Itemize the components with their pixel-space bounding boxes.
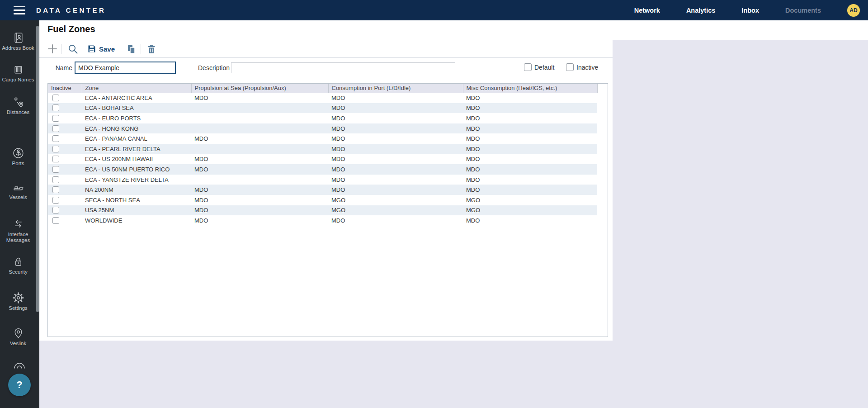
sidebar-item-address-book[interactable]: Address Book — [0, 32, 36, 51]
sidebar-item-label: Vessels — [0, 195, 36, 200]
inactive-checkbox[interactable] — [566, 63, 574, 71]
sidebar-item-ports[interactable]: Ports — [0, 147, 36, 166]
copy-icon — [126, 44, 137, 54]
row-inactive-checkbox[interactable] — [52, 197, 59, 204]
row-inactive-cell — [48, 154, 82, 165]
sidebar-item-label: Cargo Names — [0, 77, 36, 83]
row-inactive-checkbox[interactable] — [52, 186, 59, 193]
sidebar-item-security[interactable]: Security — [0, 256, 36, 275]
table-header-row: InactiveZonePropulsion at Sea (Propulsio… — [48, 84, 597, 93]
veslink-icon — [12, 327, 24, 339]
row-propulsion-cell: MDO — [191, 93, 328, 103]
save-button[interactable]: Save — [87, 40, 115, 57]
copy-button[interactable] — [126, 40, 137, 57]
row-zone-cell: ECA - YANGTZE RIVER DELTA — [82, 175, 191, 185]
row-misc-cell: MDO — [463, 103, 597, 114]
column-header[interactable]: Propulsion at Sea (Propulsion/Aux) — [191, 84, 328, 93]
main-content: Fuel Zones — [39, 20, 868, 408]
inactive-checkbox-group[interactable]: Inactive — [566, 63, 598, 71]
search-button[interactable] — [67, 40, 79, 57]
app-header: DATA CENTER NetworkAnalyticsInboxDocumen… — [0, 0, 868, 20]
description-label: Description — [198, 64, 227, 71]
settings-icon — [12, 292, 24, 304]
table-row[interactable]: ECA - US 200NM HAWAII MDO MDO MDO — [48, 154, 597, 165]
sidebar-item-vessels[interactable]: Vessels — [0, 181, 36, 200]
row-port-cell: MDO — [328, 103, 463, 114]
row-propulsion-cell — [191, 113, 328, 123]
row-zone-cell: WORLDWIDE — [82, 215, 191, 226]
nav-item-analytics[interactable]: Analytics — [686, 7, 715, 14]
row-inactive-checkbox[interactable] — [52, 166, 59, 173]
row-inactive-checkbox[interactable] — [52, 217, 59, 224]
user-avatar[interactable]: AD — [847, 4, 860, 17]
default-checkbox[interactable] — [524, 63, 532, 71]
row-propulsion-cell — [191, 175, 328, 185]
nav-item-network[interactable]: Network — [634, 7, 660, 14]
delete-button[interactable] — [146, 40, 156, 57]
row-inactive-cell — [48, 103, 82, 114]
table-row[interactable]: ECA - PEARL RIVER DELTA MDO MDO — [48, 144, 597, 154]
row-inactive-cell — [48, 133, 82, 144]
row-inactive-checkbox[interactable] — [52, 207, 59, 213]
sidebar-item-cargo-names[interactable]: Cargo Names — [0, 63, 36, 83]
column-header[interactable]: Zone — [82, 84, 191, 93]
row-inactive-checkbox[interactable] — [52, 104, 59, 111]
row-inactive-cell — [48, 175, 82, 185]
row-propulsion-cell: MDO — [191, 133, 328, 144]
row-propulsion-cell — [191, 123, 328, 134]
table-row[interactable]: ECA - YANGTZE RIVER DELTA MDO MDO — [48, 175, 597, 185]
table-row[interactable]: WORLDWIDE MDO MDO MDO — [48, 215, 597, 226]
sidebar-item-label: Settings — [0, 305, 36, 311]
description-input[interactable] — [231, 62, 455, 73]
table-row[interactable]: ECA - BOHAI SEA MDO MDO — [48, 103, 597, 114]
column-header[interactable]: Inactive — [48, 84, 82, 93]
fuel-zones-panel: Fuel Zones — [39, 20, 613, 341]
table-row[interactable]: USA 25NM MDO MGO MGO — [48, 205, 597, 216]
row-propulsion-cell: MDO — [191, 154, 328, 165]
save-button-label: Save — [99, 45, 115, 53]
sidebar-scrollbar[interactable] — [36, 26, 39, 312]
default-checkbox-group[interactable]: Default — [524, 63, 554, 71]
table-row[interactable]: ECA - US 50NM PUERTO RICO MDO MDO MDO — [48, 164, 597, 175]
row-misc-cell: MDO — [463, 175, 597, 185]
table-row[interactable]: ECA - EURO PORTS MDO MDO — [48, 113, 597, 123]
table-row[interactable]: ECA - PANAMA CANAL MDO MDO MDO — [48, 133, 597, 144]
row-inactive-cell — [48, 164, 82, 175]
nav-item-documents[interactable]: Documents — [785, 7, 821, 14]
row-zone-cell: SECA - NORTH SEA — [82, 195, 191, 205]
add-icon — [47, 43, 58, 55]
table-row[interactable]: ECA - ANTARCTIC AREA MDO MDO MDO — [48, 93, 597, 103]
name-input[interactable] — [75, 62, 176, 74]
row-zone-cell: USA 25NM — [82, 205, 191, 216]
table-row[interactable]: ECA - HONG KONG MDO MDO — [48, 123, 597, 134]
interface-messages-icon — [12, 218, 24, 230]
row-port-cell: MDO — [328, 113, 463, 123]
sidebar-item-distances[interactable]: Distances — [0, 96, 36, 115]
help-button[interactable]: ? — [8, 374, 31, 396]
row-misc-cell: MDO — [463, 93, 597, 103]
row-inactive-checkbox[interactable] — [52, 125, 59, 132]
table-row[interactable]: NA 200NM MDO MDO MDO — [48, 185, 597, 195]
column-header[interactable]: Consumption in Port (L/D/Idle) — [328, 84, 463, 93]
row-inactive-checkbox[interactable] — [52, 156, 59, 162]
address-book-icon — [12, 32, 24, 44]
sidebar-item-veslink[interactable]: Veslink — [0, 327, 36, 346]
row-inactive-checkbox[interactable] — [52, 95, 59, 101]
row-inactive-checkbox[interactable] — [52, 115, 59, 122]
row-misc-cell: MDO — [463, 215, 597, 226]
row-port-cell: MDO — [328, 164, 463, 175]
nav-item-inbox[interactable]: Inbox — [741, 7, 759, 14]
row-misc-cell: MDO — [463, 164, 597, 175]
table-row[interactable]: SECA - NORTH SEA MDO MGO MGO — [48, 195, 597, 205]
sidebar-item-label: Security — [0, 269, 36, 275]
inactive-checkbox-label: Inactive — [576, 64, 598, 71]
column-header[interactable]: Misc Consumption (Heat/IGS, etc.) — [463, 84, 597, 93]
add-button[interactable] — [47, 40, 58, 57]
sidebar-item-settings[interactable]: Settings — [0, 292, 36, 311]
sidebar-item-interface-messages[interactable]: Interface Messages — [0, 218, 36, 243]
search-icon — [67, 43, 79, 55]
row-inactive-checkbox[interactable] — [52, 135, 59, 142]
menu-icon[interactable] — [14, 6, 25, 14]
row-inactive-checkbox[interactable] — [52, 176, 59, 183]
row-inactive-checkbox[interactable] — [52, 146, 59, 152]
